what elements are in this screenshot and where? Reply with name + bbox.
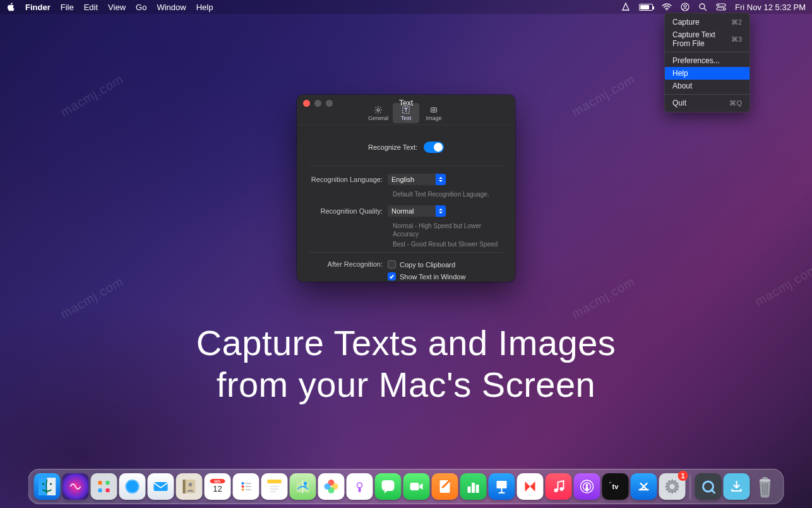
svg-rect-40 [268,480,282,483]
svg-rect-18 [99,481,102,485]
dock-badge: 1 [678,471,688,481]
dock-app-podcasts[interactable] [574,473,600,500]
checkbox-label: Copy to Clipboard [400,261,455,269]
menu-item-label: Capture Text From File [672,30,731,48]
user-icon[interactable] [681,3,690,11]
copy-clipboard-checkbox[interactable]: Copy to Clipboard [388,260,503,269]
dock-app-finder[interactable] [34,473,61,500]
marketing-headline: Capture Texts and Images from your Mac's… [0,322,812,406]
svg-rect-55 [472,483,475,493]
dock-app-quicktime[interactable] [695,473,722,500]
svg-point-70 [670,484,675,489]
wifi-icon[interactable] [662,3,672,11]
svg-rect-57 [497,481,507,488]
dock-app-mail[interactable] [148,473,174,500]
dock-app-facetime[interactable] [403,473,430,500]
dock-app-settings[interactable]: 1 [659,473,686,500]
tab-image[interactable]: Image [421,103,447,123]
menubar-datetime[interactable]: Fri Nov 12 5:32 PM [735,3,806,12]
dock: NOV12tv1 [28,469,784,504]
dock-app-pages[interactable] [432,473,458,500]
svg-rect-21 [106,488,110,492]
spotlight-icon[interactable] [698,3,707,11]
svg-rect-19 [106,481,110,485]
recognize-text-label: Recognize Text: [368,143,417,151]
menu-item-help[interactable]: Help [665,67,749,80]
dock-app-reminders[interactable] [233,473,260,500]
svg-text:NOV: NOV [215,480,221,483]
menu-item-shortcut: ⌘2 [731,18,742,27]
svg-rect-20 [99,488,102,492]
svg-point-33 [242,482,244,485]
headline-line: from your Mac's Screen [0,364,812,406]
control-center-icon[interactable] [716,3,726,11]
dock-app-siri[interactable] [63,473,89,500]
menu-item-label: Preferences... [672,56,720,65]
show-text-window-checkbox[interactable]: Show Text in Window [388,272,503,281]
dock-app-tv[interactable]: tv [602,473,629,500]
recognize-text-toggle[interactable] [424,142,444,153]
menubar-item-window[interactable]: Window [157,3,186,12]
svg-text:tv: tv [612,483,619,490]
dock-app-keynote[interactable] [489,473,515,500]
dock-app-calendar[interactable]: NOV12 [205,473,231,500]
dock-app-podcasts-alt[interactable] [347,473,373,500]
dock-trash[interactable] [752,473,779,500]
svg-rect-65 [586,487,588,492]
recognition-quality-hint2: Best - Good Result but Slower Speed [393,240,503,249]
dock-app-launchpad[interactable] [91,473,117,500]
select-arrows-icon [436,205,446,217]
svg-point-27 [189,483,193,487]
menu-item-preferences[interactable]: Preferences... [665,54,749,67]
dock-app-notes[interactable] [261,473,288,500]
menu-separator [665,52,749,52]
apple-logo-icon[interactable] [6,3,15,11]
menubar-item-go[interactable]: Go [136,3,146,12]
menubar-app-status-icon[interactable] [621,3,630,11]
checkbox-label: Show Text in Window [400,273,465,281]
svg-rect-52 [410,483,419,490]
tab-general[interactable]: General [365,103,391,123]
menu-item-capture-file[interactable]: Capture Text From File ⌘3 [665,28,749,50]
menu-item-capture[interactable]: Capture ⌘2 [665,16,749,28]
menu-item-shortcut: ⌘Q [729,99,742,107]
svg-line-89 [767,483,768,495]
tab-text[interactable]: Text [393,103,419,123]
dock-app-appstore[interactable] [631,473,657,500]
recognition-language-label: Recognition Language: [309,176,388,183]
dock-app-numbers[interactable] [460,473,487,500]
svg-point-15 [42,483,44,485]
menu-item-about[interactable]: About [665,80,749,92]
svg-point-2 [684,5,686,8]
dock-app-news[interactable] [517,473,544,500]
dock-app-photos[interactable] [318,473,345,500]
menubar-item-view[interactable]: View [108,3,126,12]
recognition-quality-select[interactable]: Normal [388,205,446,217]
menubar-item-help[interactable]: Help [196,3,213,12]
menubar-app-name[interactable]: Finder [25,3,51,12]
window-titlebar[interactable]: Text General Text Image [297,95,515,125]
tab-label: Image [426,115,441,121]
battery-icon[interactable] [639,4,653,11]
dock-app-contacts[interactable] [176,473,203,500]
svg-rect-11 [431,107,437,112]
dock-app-safari[interactable] [119,473,146,500]
svg-rect-26 [183,480,186,493]
dock-app-maps[interactable] [290,473,316,500]
menu-item-label: Capture [672,18,700,27]
menubar-item-file[interactable]: File [61,3,74,12]
svg-point-48 [325,483,331,490]
svg-line-87 [763,483,763,495]
dock-app-downloads[interactable] [724,473,750,500]
menubar-item-edit[interactable]: Edit [84,3,98,12]
select-value: Normal [391,207,414,215]
dock-app-messages[interactable] [375,473,402,500]
svg-text:12: 12 [213,484,222,493]
svg-point-44 [304,482,307,485]
recognition-quality-label: Recognition Quality: [309,207,388,215]
menu-item-quit[interactable]: Quit ⌘Q [665,97,749,109]
recognition-language-select[interactable]: English [388,174,446,185]
separator [309,252,503,253]
dock-app-music[interactable] [546,473,572,500]
svg-point-34 [242,485,244,488]
